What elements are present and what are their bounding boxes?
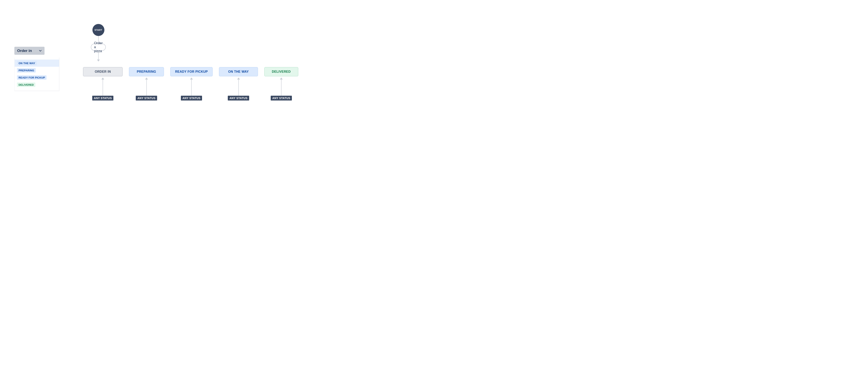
status-chip: READY FOR PICKUP [17, 75, 46, 80]
status-chip: ON THE WAY [17, 61, 37, 65]
connector-arrow-up [145, 78, 148, 96]
status-dropdown-panel: ON THE WAY PREPARING READY FOR PICKUP DE… [14, 58, 59, 91]
workflow-states-row: ORDER IN ANY STATUS PREPARING [83, 67, 298, 100]
state-node-on-the-way[interactable]: ON THE WAY [219, 67, 258, 76]
workflow-column-preparing: PREPARING ANY STATUS [129, 67, 164, 100]
state-node-delivered[interactable]: DELIVERED [264, 67, 298, 76]
workflow-column-ready-for-pickup: READY FOR PICKUP ANY STATUS [170, 67, 213, 100]
state-label: READY FOR PICKUP [175, 70, 208, 74]
any-status-source[interactable]: ANY STATUS [228, 96, 249, 100]
any-status-label: ANY STATUS [94, 96, 112, 100]
state-node-preparing[interactable]: PREPARING [129, 67, 164, 76]
connector-arrow-up [101, 78, 104, 96]
workflow-canvas: Order in ON THE WAY PREPARING READY FOR … [0, 0, 311, 140]
start-branch: START Order a pizza [91, 24, 106, 61]
connector-arrow-up [237, 78, 240, 96]
connector-arrow-up [190, 78, 193, 96]
any-status-source[interactable]: ANY STATUS [136, 96, 157, 100]
any-status-source[interactable]: ANY STATUS [92, 96, 114, 100]
start-node[interactable]: START [92, 24, 104, 36]
start-node-label: START [95, 29, 102, 31]
status-sidebar: Order in ON THE WAY PREPARING READY FOR … [14, 47, 59, 91]
status-chip: PREPARING [17, 68, 36, 72]
status-option-on-the-way[interactable]: ON THE WAY [14, 60, 59, 67]
status-option-preparing[interactable]: PREPARING [14, 67, 59, 74]
status-option-delivered[interactable]: DELIVERED [14, 81, 59, 88]
transition-node-order-a-pizza[interactable]: Order a pizza [91, 43, 106, 51]
any-status-label: ANY STATUS [229, 96, 247, 100]
any-status-source[interactable]: ANY STATUS [181, 96, 202, 100]
status-dropdown-label: Order in [17, 49, 39, 53]
connector-arrow-down [97, 51, 100, 61]
any-status-source[interactable]: ANY STATUS [271, 96, 292, 100]
workflow-column-on-the-way: ON THE WAY ANY STATUS [219, 67, 258, 100]
state-label: PREPARING [137, 70, 156, 74]
arrow-down-icon [97, 60, 100, 61]
any-status-label: ANY STATUS [272, 96, 290, 100]
state-node-ready-for-pickup[interactable]: READY FOR PICKUP [170, 67, 213, 76]
status-option-ready-for-pickup[interactable]: READY FOR PICKUP [14, 74, 59, 81]
connector-arrow-up [280, 78, 283, 96]
chevron-down-icon [39, 49, 42, 52]
status-dropdown[interactable]: Order in [14, 47, 44, 55]
workflow-column-delivered: DELIVERED ANY STATUS [264, 67, 298, 100]
any-status-label: ANY STATUS [137, 96, 155, 100]
status-chip: DELIVERED [17, 83, 35, 87]
state-node-order-in[interactable]: ORDER IN [83, 67, 123, 76]
any-status-label: ANY STATUS [183, 96, 200, 100]
state-label: ORDER IN [95, 70, 111, 74]
state-label: DELIVERED [272, 70, 291, 74]
workflow-column-order-in: ORDER IN ANY STATUS [83, 67, 123, 100]
state-label: ON THE WAY [228, 70, 249, 74]
